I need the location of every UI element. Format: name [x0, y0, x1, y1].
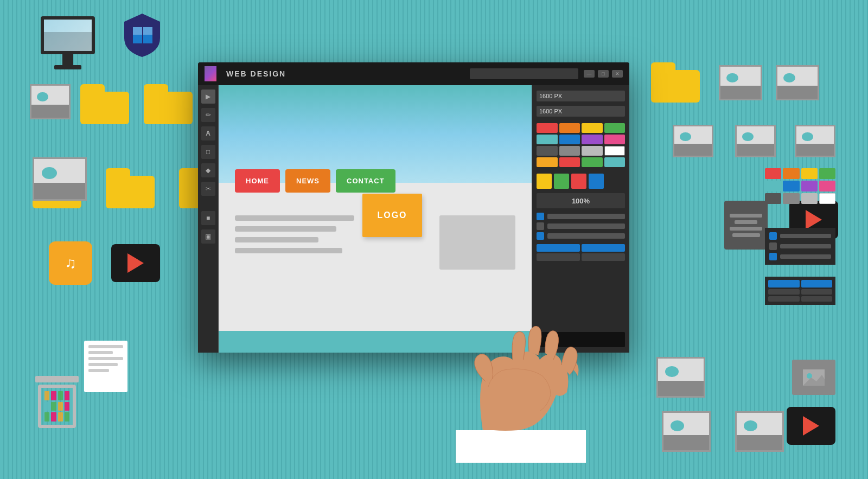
- color-grid: [537, 123, 625, 167]
- play-triangle-r: [806, 210, 822, 229]
- image-placeholder-2: [33, 157, 87, 201]
- shield-icon: [119, 11, 165, 60]
- erase-tool-btn[interactable]: ✂: [201, 182, 215, 196]
- monitor-icon: [35, 16, 100, 76]
- text-tool-btn[interactable]: A: [201, 126, 215, 140]
- folder-yellow-r1: [651, 62, 700, 103]
- swatch-teal[interactable]: [537, 135, 558, 144]
- zoom-display: 100%: [537, 193, 625, 208]
- swatch-teal2[interactable]: [604, 157, 626, 167]
- checkbox-row-1: [537, 213, 625, 220]
- folder-yellow-2: [144, 84, 193, 125]
- monitor-base: [54, 65, 81, 69]
- width-input[interactable]: 1600 PX: [537, 91, 625, 101]
- color-palette-right: [765, 168, 835, 204]
- site-header: [219, 85, 532, 183]
- monitor-screen: [41, 16, 95, 54]
- checkbox-label-3: [547, 233, 625, 239]
- swatch-dark[interactable]: [537, 146, 558, 156]
- nav-contact-btn[interactable]: CONTACT: [336, 169, 395, 193]
- checkbox-row-3: [537, 232, 625, 240]
- pencil-tool-btn[interactable]: ✏: [201, 108, 215, 122]
- swatch-light[interactable]: [582, 146, 603, 156]
- sticky-notes: [537, 174, 625, 189]
- checkbox-2[interactable]: [537, 222, 544, 230]
- play-triangle-r2: [803, 416, 819, 436]
- youtube-icon-right2: [787, 407, 835, 445]
- swatch-red2[interactable]: [559, 157, 580, 167]
- swatch-orange[interactable]: [559, 123, 580, 133]
- left-toolbar: ▶ ✏ A □ ◆ ✂ ■ ▣: [198, 85, 219, 353]
- extra-tool-btn[interactable]: ▣: [201, 229, 215, 244]
- youtube-icon-left: [111, 244, 160, 282]
- mini-color-grid: [765, 277, 835, 305]
- grid-item-2: [582, 244, 625, 252]
- image-placeholder-br3: [735, 411, 784, 452]
- window-controls: — □ ✕: [584, 70, 623, 78]
- app-logo-stripe: [205, 66, 216, 81]
- sticky-green: [554, 174, 569, 189]
- grid-item-1: [537, 244, 580, 252]
- nav-news-btn[interactable]: NEWS: [285, 169, 330, 193]
- trash-icon: [30, 376, 84, 436]
- rect-tool-btn[interactable]: □: [201, 145, 215, 159]
- image-placeholder-r5: [673, 125, 713, 157]
- image-placeholder-br1: [656, 357, 705, 398]
- swatch-yellow[interactable]: [582, 123, 603, 133]
- swatch-mid[interactable]: [559, 146, 580, 156]
- height-input[interactable]: 1600 PX: [537, 106, 625, 117]
- swatch-pink[interactable]: [604, 135, 626, 144]
- panel-checkboxes-right: [765, 228, 835, 265]
- image-placeholder-r1: [776, 65, 819, 100]
- document-icon-right: [724, 201, 768, 250]
- image-placeholder-r2: [719, 65, 762, 100]
- folder-yellow-4: [106, 168, 155, 209]
- checkbox-1[interactable]: [537, 213, 544, 220]
- sticky-yellow: [537, 174, 552, 189]
- play-triangle: [127, 253, 144, 273]
- minimize-button[interactable]: —: [584, 70, 595, 78]
- checkbox-row-2: [537, 222, 625, 230]
- site-nav: HOME NEWS CONTACT: [235, 169, 395, 193]
- nav-home-btn[interactable]: HOME: [235, 169, 280, 193]
- checkbox-label-1: [547, 214, 625, 219]
- image-placeholder-br2: [662, 411, 711, 452]
- sticky-red: [571, 174, 586, 189]
- select-tool-btn[interactable]: ▶: [201, 90, 215, 104]
- swatch-white[interactable]: [604, 146, 626, 156]
- checkbox-3[interactable]: [537, 232, 544, 240]
- hand-overlay: [412, 257, 629, 463]
- height-row: 1600 PX: [537, 106, 625, 117]
- monitor-stand: [62, 54, 73, 65]
- sticky-blue: [589, 174, 604, 189]
- fill-tool-btn[interactable]: ■: [201, 211, 215, 225]
- swatch-purple[interactable]: [582, 135, 603, 144]
- maximize-button[interactable]: □: [598, 70, 609, 78]
- grey-image-bottom: [792, 360, 835, 395]
- shape-tool-btn[interactable]: ◆: [201, 163, 215, 177]
- trash-body: [38, 385, 76, 428]
- swatch-green2[interactable]: [582, 157, 603, 167]
- swatch-red[interactable]: [537, 123, 558, 133]
- image-placeholder-r4: [735, 125, 776, 157]
- music-icon: ♫: [49, 241, 92, 285]
- width-row: 1600 PX: [537, 91, 625, 101]
- folder-yellow-1: [80, 84, 129, 125]
- image-placeholder-r3: [795, 125, 835, 157]
- swatch-gold[interactable]: [537, 157, 558, 167]
- image-placeholder-1: [30, 84, 71, 119]
- checkbox-label-2: [547, 223, 625, 229]
- title-bar-input[interactable]: [470, 68, 578, 79]
- trash-lid: [35, 376, 79, 382]
- panel-checkboxes: [537, 213, 625, 240]
- swatch-green[interactable]: [604, 123, 626, 133]
- content-lines: [235, 215, 354, 259]
- app-titlebar: WEB DESIGN — □ ✕: [198, 62, 629, 85]
- svg-rect-8: [456, 430, 586, 463]
- swatch-blue[interactable]: [559, 135, 580, 144]
- logo-sticker[interactable]: LOGO: [362, 194, 422, 237]
- document-icon-left: [84, 341, 127, 392]
- svg-rect-2: [133, 27, 142, 35]
- close-button[interactable]: ✕: [612, 70, 623, 78]
- svg-rect-3: [143, 27, 152, 35]
